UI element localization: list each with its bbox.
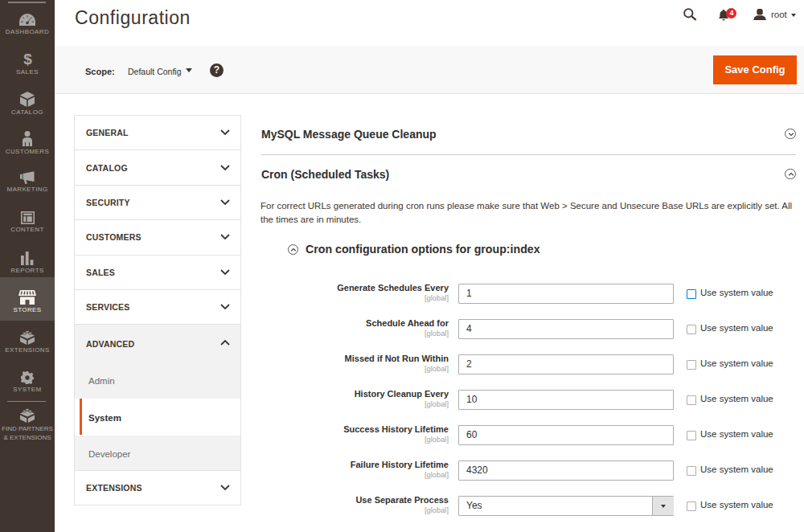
svg-text:$: $: [23, 51, 32, 67]
